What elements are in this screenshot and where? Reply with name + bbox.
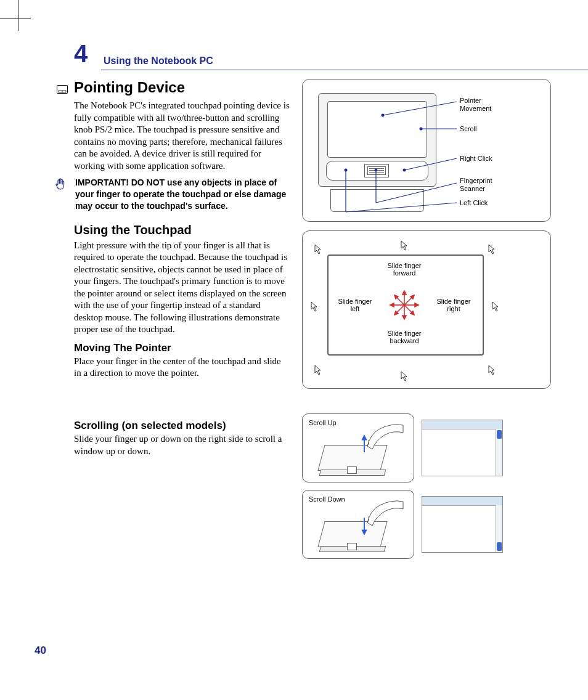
label-slide-left: Slide finger left: [337, 298, 374, 312]
chapter-number: 4: [74, 40, 88, 68]
chapter-header: 4 Using the Notebook PC: [74, 43, 551, 68]
label-right-click: Right Click: [460, 155, 492, 163]
svg-marker-18: [402, 315, 406, 319]
moving-pointer-text: Place your finger in the center of the t…: [74, 356, 290, 380]
scroll-down-diagram: Scroll Down: [302, 490, 414, 559]
window-scroll-up: [422, 420, 503, 476]
using-touchpad-text: Light pressure with the tip of your fing…: [74, 240, 290, 336]
label-fingerprint-scanner: Fingerprint Scanner: [460, 177, 497, 193]
moving-pointer-heading: Moving The Pointer: [74, 342, 290, 354]
svg-line-11: [376, 183, 457, 203]
scroll-up-label: Scroll Up: [309, 419, 337, 426]
label-slide-right: Slide finger right: [435, 298, 472, 312]
page-number: 40: [35, 645, 46, 657]
label-scroll: Scroll: [460, 125, 477, 133]
label-left-click: Left Click: [460, 199, 488, 207]
important-text: IMPORTANT! DO NOT use any objects in pla…: [75, 177, 290, 212]
pointer-movement-diagram: Slide finger forward Slide finger backwa…: [302, 230, 551, 389]
svg-marker-22: [415, 303, 419, 307]
label-pointer-movement: Pointer Movement: [460, 97, 503, 113]
section-title-text: Pointing Device: [74, 79, 185, 96]
chapter-title: Using the Notebook PC: [104, 55, 213, 67]
svg-line-8: [404, 158, 457, 170]
header-underline: [101, 70, 588, 70]
scroll-up-diagram: Scroll Up: [302, 413, 414, 482]
using-touchpad-heading: Using the Touchpad: [74, 223, 290, 237]
scroll-down-label: Scroll Down: [309, 495, 345, 503]
intro-paragraph: The Notebook PC's integrated touchpad po…: [74, 100, 290, 172]
svg-marker-16: [402, 291, 406, 295]
svg-marker-20: [390, 303, 394, 307]
svg-line-14: [346, 203, 457, 212]
svg-marker-32: [362, 435, 367, 440]
crop-mark: [0, 18, 31, 19]
hand-icon: [54, 177, 69, 212]
window-scroll-down: [422, 496, 503, 553]
label-slide-forward: Slide finger forward: [386, 262, 423, 277]
crop-mark: [18, 0, 19, 31]
touchpad-icon: [57, 80, 69, 97]
scrolling-heading: Scrolling (on selected models): [74, 420, 290, 432]
important-note: IMPORTANT! DO NOT use any objects in pla…: [74, 177, 290, 212]
scrolling-text: Slide your finger up or down on the righ…: [74, 433, 290, 457]
svg-marker-34: [362, 530, 367, 535]
label-slide-backward: Slide finger backward: [383, 330, 426, 344]
section-heading: Pointing Device: [74, 79, 290, 97]
touchpad-layout-diagram: Pointer Movement Scroll Right Click Fing…: [302, 79, 551, 222]
svg-line-4: [383, 102, 457, 115]
